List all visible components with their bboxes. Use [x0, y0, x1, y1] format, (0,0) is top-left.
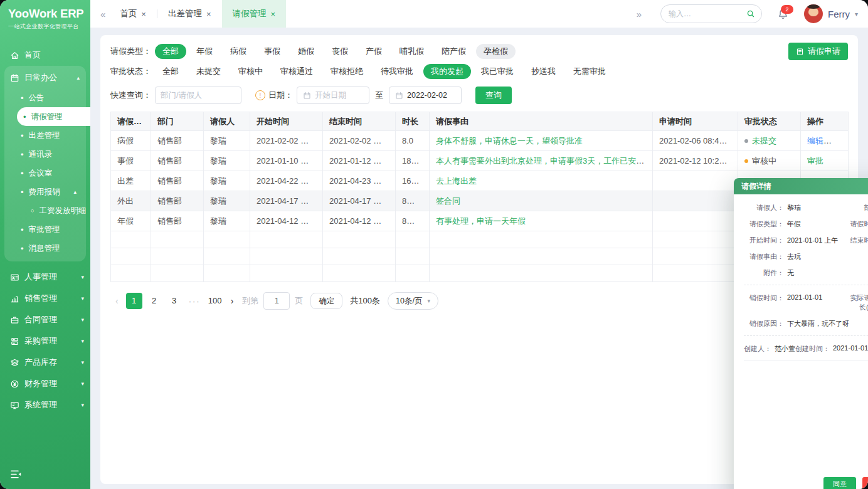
sidebar-item-approval-management[interactable]: •审批管理 [4, 220, 86, 239]
filter-pill[interactable]: 我的发起 [423, 64, 471, 79]
tab-leave-management[interactable]: 请假管理× [222, 0, 287, 28]
filter-pill[interactable]: 丧假 [324, 44, 356, 59]
sidebar-item-purchase[interactable]: 采购管理▾ [0, 330, 90, 352]
query-button[interactable]: 查询 [475, 87, 512, 104]
leave-reason-link[interactable]: 签合同 [436, 196, 460, 206]
sidebar-item-leave-management[interactable]: •请假管理 [17, 107, 90, 126]
cell-reason: 本人有事需要外出到北京处理，申请事假3天，工作已安排妥当，请领… [430, 151, 653, 171]
notification-bell[interactable]: 2 [777, 8, 789, 20]
sidebar-item-finance[interactable]: 财务管理▾ [0, 373, 90, 394]
quick-query-label: 快速查询： [110, 90, 151, 101]
close-icon[interactable]: × [141, 9, 146, 19]
filter-pill[interactable]: 抄送我 [524, 64, 563, 79]
leave-reason-link[interactable]: 本人有事需要外出到北京处理，申请事假3天，工作已安排妥当，请领… [436, 156, 653, 166]
leave-reason-link[interactable]: 有事处理，申请一天年假 [436, 216, 526, 226]
leave-detail-modal: 请假详情 审批情况 × 请假人：黎瑞部门：技术服务部请假类型：年假请假时长：1.… [734, 178, 868, 489]
page-size-select[interactable]: 10条/页▾ [388, 292, 438, 310]
filter-pill[interactable]: 婚假 [290, 44, 322, 59]
app-window: YooWork ERP 一站式企业数字化管理平台 首页日常办公▴•公告•请假管理… [0, 0, 868, 489]
delete-action-link[interactable]: 删除 [831, 136, 847, 145]
quick-query-input[interactable] [155, 87, 241, 104]
tabs-scroll-right-button[interactable]: » [633, 9, 645, 19]
detail-field: 部门：技术服务部 [847, 203, 868, 213]
column-header: 操作 [801, 112, 849, 131]
home-icon [10, 51, 19, 60]
chevron-down-icon[interactable]: ▾ [855, 11, 858, 18]
modal-reject-button[interactable]: 拒绝 [862, 477, 868, 489]
filter-pill[interactable]: 未提交 [189, 64, 228, 79]
search-box[interactable] [660, 4, 762, 23]
filter-pill[interactable]: 全部 [155, 44, 186, 59]
column-header: 申请时间 [653, 112, 738, 131]
modal-agree-button[interactable]: 同意 [823, 477, 856, 489]
sidebar-item-announcements[interactable]: •公告 [4, 88, 86, 107]
page-number[interactable]: 100 [207, 293, 223, 309]
sidebar: YooWork ERP 一站式企业数字化管理平台 首页日常办公▴•公告•请假管理… [0, 0, 90, 489]
close-icon[interactable]: × [271, 9, 276, 19]
collapse-sidebar-button[interactable] [0, 463, 90, 489]
sidebar-item-daily-office[interactable]: 日常办公▴ [4, 67, 86, 88]
end-date-input[interactable]: 2022-02-02 [389, 87, 462, 104]
tabs-scroll-left-button[interactable]: « [97, 9, 109, 19]
filter-pill[interactable]: 审核拒绝 [323, 64, 371, 79]
sidebar-item-inventory[interactable]: 产品库存▾ [0, 352, 90, 373]
page-number[interactable]: 2 [146, 293, 162, 309]
filter-pill[interactable]: 无需审批 [566, 64, 613, 79]
close-icon[interactable]: × [206, 9, 211, 19]
cell-dept: 销售部 [151, 171, 204, 191]
edit-action-link[interactable]: 编辑 [807, 136, 823, 145]
sidebar-item-business-trip[interactable]: •出差管理 [4, 126, 86, 145]
field-value: 范小萱 [775, 344, 795, 354]
cell-type: 病假 [111, 131, 151, 151]
filter-pill[interactable]: 哺乳假 [392, 44, 431, 59]
logo: YooWork ERP 一站式企业数字化管理平台 [0, 0, 90, 34]
modal-footer: 同意拒绝转审 [734, 471, 868, 489]
sidebar-item-system[interactable]: 系统管理▾ [0, 394, 90, 416]
divider [744, 285, 868, 285]
sidebar-item-contract[interactable]: 合同管理▾ [0, 309, 90, 330]
user-menu[interactable]: Ferry ▾ [804, 4, 858, 23]
leave-reason-link[interactable]: 身体不舒服，申请休息一天，望领导批准 [436, 136, 583, 145]
sidebar-item-contacts[interactable]: •通讯录 [4, 145, 86, 164]
layers-icon [10, 358, 19, 367]
filter-pill[interactable]: 病假 [223, 44, 254, 59]
tab-business-trip[interactable]: 出差管理× [157, 0, 222, 28]
filter-pill[interactable]: 陪产假 [434, 44, 474, 59]
search-input[interactable] [667, 9, 743, 19]
page-number[interactable]: 3 [166, 293, 183, 309]
sidebar-item-message-management[interactable]: •消息管理 [4, 239, 86, 258]
filter-pill[interactable]: 审核中 [231, 64, 270, 79]
filter-pill[interactable]: 全部 [155, 64, 186, 79]
sidebar-item-salary-details[interactable]: ○工资发放明细 [4, 201, 86, 220]
filter-pill[interactable]: 事假 [257, 44, 288, 59]
search-icon[interactable] [746, 9, 755, 18]
confirm-page-button[interactable]: 确定 [310, 293, 342, 309]
start-date-input[interactable]: 开始日期 [297, 87, 369, 104]
cell-duration: 8.0 [396, 131, 430, 151]
filter-pill[interactable]: 待我审批 [373, 64, 421, 79]
leave-reason-link[interactable]: 去上海出差 [436, 176, 477, 186]
sidebar-item-sales[interactable]: 销售管理▾ [0, 288, 90, 309]
filter-pill[interactable]: 审核通过 [273, 64, 320, 79]
filter-pill[interactable]: 产假 [358, 44, 389, 59]
sidebar-item-hr[interactable]: 人事管理▾ [0, 266, 90, 288]
next-page-button[interactable]: › [227, 296, 238, 306]
column-header: 时长 [396, 112, 430, 131]
tab-home[interactable]: 首页× [109, 0, 157, 28]
chart-icon [10, 294, 19, 303]
sidebar-item-home[interactable]: 首页 [0, 45, 90, 66]
filter-pill[interactable]: 孕检假 [476, 44, 516, 59]
sidebar-item-expense[interactable]: •费用报销▴ [4, 182, 86, 201]
approve-action-link[interactable]: 审批 [807, 156, 823, 166]
filter-pill[interactable]: 我已审批 [474, 64, 521, 79]
apply-leave-button[interactable]: 请假申请 [788, 43, 848, 60]
sidebar-item-meeting-rooms[interactable]: •会议室 [4, 164, 86, 182]
page-jump-input[interactable] [263, 292, 290, 310]
page-number[interactable]: 1 [126, 293, 142, 309]
detail-row: 附件：无 [744, 268, 868, 278]
prev-page-button[interactable]: ‹ [112, 296, 122, 306]
avatar[interactable] [804, 4, 823, 23]
cell-apply-time [653, 191, 738, 211]
filter-pill[interactable]: 年假 [189, 44, 220, 59]
modal-info-rows: 请假人：黎瑞部门：技术服务部请假类型：年假请假时长：1.0 天开始时间：2021… [744, 203, 868, 278]
